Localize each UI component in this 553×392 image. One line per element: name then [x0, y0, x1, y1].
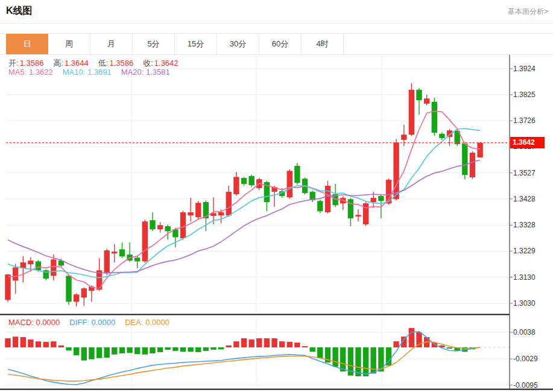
y-axis-label: 1.3130 — [513, 273, 536, 282]
ma-legend: MA5: 1.3622 MA10: 1.3691 MA20: 1.3581 — [8, 68, 180, 77]
macd-bar — [332, 347, 338, 367]
macd-bar — [310, 347, 315, 352]
candle-body — [470, 153, 475, 177]
macd-bar — [134, 347, 140, 354]
macd-bar — [89, 347, 94, 359]
macd-bar — [36, 341, 41, 347]
macd-bar — [210, 347, 216, 350]
macd-bar — [409, 328, 414, 347]
macd-axis-label: -0.0095 — [513, 381, 538, 390]
candle-body — [432, 102, 437, 133]
macd-bar — [271, 338, 277, 347]
y-axis-label: 1.3030 — [513, 299, 536, 308]
candle-body — [233, 177, 239, 194]
macd-bar — [287, 342, 292, 347]
macd-bar — [81, 347, 87, 361]
macd-bar — [66, 347, 71, 350]
y-axis-label: 1.3726 — [513, 116, 536, 125]
macd-bar — [302, 346, 308, 347]
y-axis-label: 1.3527 — [513, 169, 536, 177]
macd-bar — [203, 347, 209, 351]
candle-body — [462, 144, 467, 175]
macd-bar — [340, 347, 346, 371]
candle-body — [409, 90, 414, 134]
macd-axis-label: 0.0038 — [513, 328, 536, 337]
macd-bar — [180, 347, 186, 352]
macd-bar — [119, 347, 125, 353]
candle-body — [5, 274, 10, 300]
candle-body — [28, 261, 33, 264]
candle-body — [74, 294, 79, 302]
macd-bar — [5, 338, 10, 347]
kline-app: K线图 基本面分析> 日周月5分15分30分60分4时 1.39241.3825… — [0, 0, 553, 392]
macd-bar — [21, 337, 26, 347]
ma20-legend: MA20: 1.3581 — [121, 68, 170, 77]
macd-bar — [226, 346, 232, 347]
y-axis-label: 1.3328 — [513, 221, 536, 229]
ma5-line — [8, 111, 480, 288]
macd-bar — [112, 347, 117, 355]
dea-value: DEA: 0.0000 — [125, 318, 169, 327]
macd-bar — [447, 347, 452, 349]
candle-body — [134, 258, 140, 261]
candle-body — [66, 276, 71, 302]
macd-bar — [51, 341, 56, 347]
macd-legend: MACD: 0.0000 DIFF: 0.0000 DEA: 0.0000 — [8, 318, 179, 327]
candle-body — [477, 143, 482, 157]
candle-body — [378, 196, 384, 201]
candle-body — [317, 201, 323, 211]
y-axis-label: 1.3924 — [513, 65, 536, 73]
candle-body — [180, 212, 186, 238]
candle-body — [424, 98, 429, 104]
candle-body — [142, 221, 148, 261]
macd-bar — [157, 347, 163, 352]
macd-bar — [172, 347, 178, 351]
macd-bar — [28, 340, 33, 347]
candle-body — [188, 212, 193, 215]
candle-body — [81, 288, 87, 297]
candle-body — [401, 134, 406, 140]
macd-bar — [13, 337, 18, 347]
y-axis-label: 1.3428 — [513, 195, 536, 203]
candle-body — [393, 142, 399, 199]
y-axis-label: 1.3825 — [513, 90, 536, 99]
macd-bar — [74, 347, 79, 355]
macd-value: MACD: 0.0000 — [8, 318, 60, 327]
macd-bar — [249, 340, 254, 347]
macd-axis-label: -0.0029 — [513, 355, 538, 363]
macd-bar — [363, 347, 368, 376]
macd-bar — [195, 347, 201, 352]
candle-body — [218, 212, 224, 215]
macd-bar — [393, 341, 399, 347]
ma10-line — [8, 128, 480, 277]
candle-body — [51, 259, 56, 276]
macd-bar — [142, 347, 148, 355]
candle-body — [355, 215, 361, 217]
macd-bar — [294, 343, 300, 347]
candle-body — [416, 90, 422, 100]
candle-body — [439, 134, 444, 138]
candle-body — [195, 203, 201, 217]
macd-bar — [264, 338, 270, 347]
candle-body — [325, 186, 330, 212]
ma5-legend: MA5: 1.3622 — [8, 68, 53, 77]
candle-body — [36, 261, 41, 270]
candle-body — [249, 176, 254, 185]
macd-bar — [96, 347, 102, 358]
macd-bar — [127, 347, 132, 353]
macd-bar — [241, 338, 247, 347]
candle-body — [371, 198, 376, 202]
macd-bar — [279, 341, 285, 347]
candle-body — [112, 251, 117, 253]
macd-bar — [317, 347, 323, 358]
diff-value: DIFF: 0.0000 — [69, 318, 115, 327]
ma10-legend: MA10: 1.3691 — [63, 68, 112, 77]
candle-body — [150, 220, 155, 229]
candle-body — [13, 267, 18, 280]
macd-bar — [58, 346, 64, 347]
macd-bar — [233, 341, 239, 347]
candle-body — [226, 192, 232, 215]
macd-bar — [188, 347, 193, 352]
candle-body — [348, 199, 353, 218]
macd-bar — [218, 347, 224, 349]
